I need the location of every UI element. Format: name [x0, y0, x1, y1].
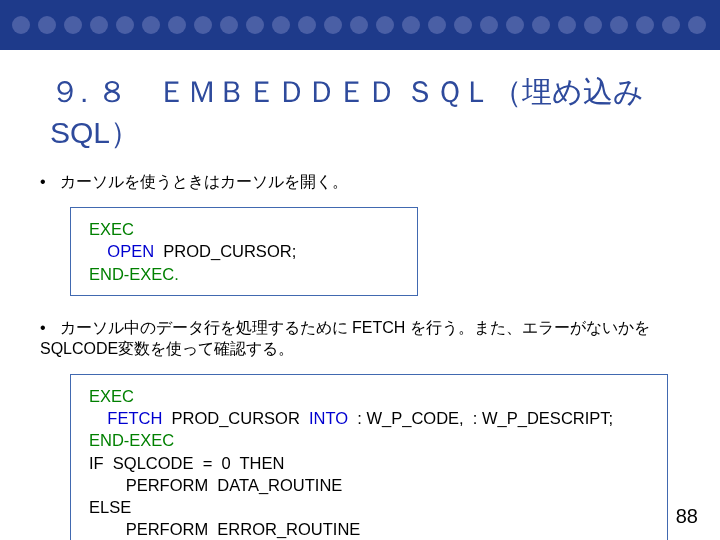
code-keyword: END-EXEC. [89, 265, 179, 283]
dot-icon [428, 16, 446, 34]
dot-icon [454, 16, 472, 34]
dot-icon [402, 16, 420, 34]
dot-icon [298, 16, 316, 34]
code-text: PROD_CURSOR [162, 409, 309, 427]
code-text: IF SQLCODE = 0 THEN [89, 454, 284, 472]
dot-icon [12, 16, 30, 34]
dot-icon [64, 16, 82, 34]
dot-icon [194, 16, 212, 34]
dot-icon [688, 16, 706, 34]
code-keyword: INTO [309, 409, 348, 427]
dot-icon [636, 16, 654, 34]
dot-icon [142, 16, 160, 34]
code-text: : W_P_CODE, : W_P_DESCRIPT; [348, 409, 613, 427]
dot-icon [168, 16, 186, 34]
dot-icon [610, 16, 628, 34]
bullet-1: カーソルを使うときはカーソルを開く。 [40, 172, 680, 193]
dot-icon [662, 16, 680, 34]
dot-icon [246, 16, 264, 34]
dot-icon [506, 16, 524, 34]
dot-icon [38, 16, 56, 34]
dot-icon [350, 16, 368, 34]
dot-icon [376, 16, 394, 34]
code-keyword: EXEC [89, 220, 134, 238]
code-block-fetch: EXEC FETCH PROD_CURSOR INTO : W_P_CODE, … [70, 374, 668, 540]
bullet-2: カーソル中のデータ行を処理するために FETCH を行う。また、エラーがないかを… [40, 318, 680, 360]
code-keyword: OPEN [89, 242, 154, 260]
code-keyword: EXEC [89, 387, 134, 405]
dot-icon [324, 16, 342, 34]
slide-title: ９. ８ ＥＭＢＥＤＤＥＤ ＳＱＬ（埋め込みSQL） [50, 72, 720, 154]
code-text: PROD_CURSOR; [154, 242, 296, 260]
dot-icon [480, 16, 498, 34]
dot-icon [584, 16, 602, 34]
code-text: PERFORM DATA_ROUTINE [89, 476, 342, 494]
page-number: 88 [676, 505, 698, 528]
code-block-open-cursor: EXEC OPEN PROD_CURSOR; END-EXEC. [70, 207, 418, 296]
dot-icon [220, 16, 238, 34]
dot-icon [532, 16, 550, 34]
dot-icon [116, 16, 134, 34]
code-keyword: END-EXEC [89, 431, 174, 449]
code-keyword: FETCH [89, 409, 162, 427]
code-text: ELSE [89, 498, 131, 516]
dot-icon [90, 16, 108, 34]
dot-icon [558, 16, 576, 34]
dot-icon [272, 16, 290, 34]
header-dots [0, 0, 720, 50]
code-text: PERFORM ERROR_ROUTINE [89, 520, 360, 538]
